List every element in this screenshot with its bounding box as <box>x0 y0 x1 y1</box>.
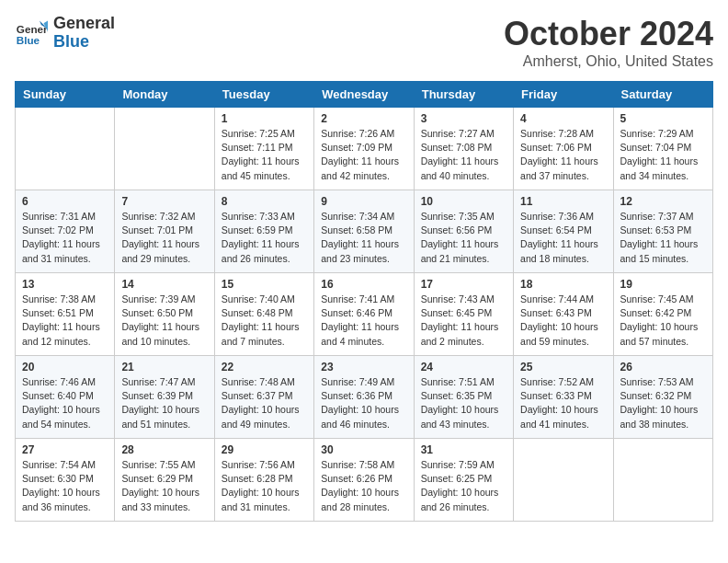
calendar-cell: 6Sunrise: 7:31 AM Sunset: 7:02 PM Daylig… <box>16 190 115 273</box>
day-info: Sunrise: 7:28 AM Sunset: 7:06 PM Dayligh… <box>520 127 606 183</box>
day-number: 14 <box>121 278 207 291</box>
day-number: 11 <box>520 195 606 208</box>
day-info: Sunrise: 7:46 AM Sunset: 6:40 PM Dayligh… <box>22 375 108 431</box>
calendar-cell: 29Sunrise: 7:56 AM Sunset: 6:28 PM Dayli… <box>214 439 313 522</box>
header-row: SundayMondayTuesdayWednesdayThursdayFrid… <box>16 82 713 108</box>
day-number: 25 <box>520 361 606 373</box>
calendar-cell: 5Sunrise: 7:29 AM Sunset: 7:04 PM Daylig… <box>613 108 712 190</box>
header-tuesday: Tuesday <box>214 82 313 108</box>
day-number: 7 <box>121 195 207 208</box>
day-info: Sunrise: 7:47 AM Sunset: 6:39 PM Dayligh… <box>121 375 207 431</box>
day-number: 5 <box>620 112 706 125</box>
day-number: 30 <box>321 443 406 456</box>
calendar-cell: 23Sunrise: 7:49 AM Sunset: 6:36 PM Dayli… <box>314 356 414 439</box>
day-info: Sunrise: 7:36 AM Sunset: 6:54 PM Dayligh… <box>520 210 606 266</box>
calendar-cell: 8Sunrise: 7:33 AM Sunset: 6:59 PM Daylig… <box>214 190 313 273</box>
day-number: 1 <box>222 112 307 125</box>
calendar-cell: 1Sunrise: 7:25 AM Sunset: 7:11 PM Daylig… <box>214 108 313 190</box>
calendar-header: SundayMondayTuesdayWednesdayThursdayFrid… <box>16 82 713 108</box>
header-wednesday: Wednesday <box>314 82 414 108</box>
calendar-cell: 31Sunrise: 7:59 AM Sunset: 6:25 PM Dayli… <box>414 439 513 522</box>
logo: General Blue General Blue <box>15 15 115 52</box>
calendar-cell: 17Sunrise: 7:43 AM Sunset: 6:45 PM Dayli… <box>414 273 513 356</box>
week-row-3: 13Sunrise: 7:38 AM Sunset: 6:51 PM Dayli… <box>16 273 713 356</box>
day-number: 31 <box>421 443 506 456</box>
calendar-cell: 7Sunrise: 7:32 AM Sunset: 7:01 PM Daylig… <box>115 190 214 273</box>
day-number: 13 <box>22 278 108 291</box>
day-info: Sunrise: 7:38 AM Sunset: 6:51 PM Dayligh… <box>22 293 108 349</box>
day-info: Sunrise: 7:25 AM Sunset: 7:11 PM Dayligh… <box>222 127 307 183</box>
day-info: Sunrise: 7:44 AM Sunset: 6:43 PM Dayligh… <box>520 293 606 349</box>
day-info: Sunrise: 7:39 AM Sunset: 6:50 PM Dayligh… <box>121 293 207 349</box>
header-sunday: Sunday <box>16 82 115 108</box>
day-info: Sunrise: 7:45 AM Sunset: 6:42 PM Dayligh… <box>620 293 706 349</box>
calendar-cell: 18Sunrise: 7:44 AM Sunset: 6:43 PM Dayli… <box>514 273 613 356</box>
day-number: 4 <box>520 112 606 125</box>
week-row-1: 1Sunrise: 7:25 AM Sunset: 7:11 PM Daylig… <box>16 108 713 190</box>
header-thursday: Thursday <box>414 82 513 108</box>
day-number: 29 <box>222 443 307 456</box>
day-number: 20 <box>22 361 108 373</box>
day-number: 9 <box>321 195 406 208</box>
calendar-cell: 12Sunrise: 7:37 AM Sunset: 6:53 PM Dayli… <box>613 190 712 273</box>
header-friday: Friday <box>514 82 613 108</box>
calendar-cell <box>16 108 115 190</box>
calendar-cell: 10Sunrise: 7:35 AM Sunset: 6:56 PM Dayli… <box>414 190 513 273</box>
week-row-4: 20Sunrise: 7:46 AM Sunset: 6:40 PM Dayli… <box>16 356 713 439</box>
day-info: Sunrise: 7:48 AM Sunset: 6:37 PM Dayligh… <box>222 375 307 431</box>
day-number: 24 <box>421 361 506 373</box>
logo-icon: General Blue <box>15 17 48 50</box>
day-number: 19 <box>620 278 706 291</box>
svg-text:Blue: Blue <box>17 33 40 45</box>
header-monday: Monday <box>115 82 214 108</box>
calendar-cell <box>115 108 214 190</box>
calendar-cell: 16Sunrise: 7:41 AM Sunset: 6:46 PM Dayli… <box>314 273 414 356</box>
calendar-cell: 19Sunrise: 7:45 AM Sunset: 6:42 PM Dayli… <box>613 273 712 356</box>
calendar-cell: 15Sunrise: 7:40 AM Sunset: 6:48 PM Dayli… <box>214 273 313 356</box>
day-info: Sunrise: 7:58 AM Sunset: 6:26 PM Dayligh… <box>321 458 406 514</box>
calendar-cell <box>514 439 613 522</box>
location-subtitle: Amherst, Ohio, United States <box>504 53 713 70</box>
day-info: Sunrise: 7:37 AM Sunset: 6:53 PM Dayligh… <box>620 210 706 266</box>
calendar-cell <box>613 439 712 522</box>
day-info: Sunrise: 7:33 AM Sunset: 6:59 PM Dayligh… <box>222 210 307 266</box>
calendar-cell: 4Sunrise: 7:28 AM Sunset: 7:06 PM Daylig… <box>514 108 613 190</box>
day-number: 6 <box>22 195 108 208</box>
calendar-cell: 9Sunrise: 7:34 AM Sunset: 6:58 PM Daylig… <box>314 190 414 273</box>
day-info: Sunrise: 7:40 AM Sunset: 6:48 PM Dayligh… <box>222 293 307 349</box>
calendar-cell: 20Sunrise: 7:46 AM Sunset: 6:40 PM Dayli… <box>16 356 115 439</box>
header-saturday: Saturday <box>613 82 712 108</box>
day-info: Sunrise: 7:51 AM Sunset: 6:35 PM Dayligh… <box>421 375 506 431</box>
day-info: Sunrise: 7:52 AM Sunset: 6:33 PM Dayligh… <box>520 375 606 431</box>
logo-general-text: General <box>53 15 115 33</box>
calendar-cell: 26Sunrise: 7:53 AM Sunset: 6:32 PM Dayli… <box>613 356 712 439</box>
calendar-cell: 27Sunrise: 7:54 AM Sunset: 6:30 PM Dayli… <box>16 439 115 522</box>
day-info: Sunrise: 7:56 AM Sunset: 6:28 PM Dayligh… <box>222 458 307 514</box>
calendar-cell: 22Sunrise: 7:48 AM Sunset: 6:37 PM Dayli… <box>214 356 313 439</box>
calendar-cell: 13Sunrise: 7:38 AM Sunset: 6:51 PM Dayli… <box>16 273 115 356</box>
day-number: 8 <box>222 195 307 208</box>
day-number: 27 <box>22 443 108 456</box>
day-number: 21 <box>121 361 207 373</box>
day-number: 17 <box>421 278 506 291</box>
day-number: 18 <box>520 278 606 291</box>
calendar-cell: 3Sunrise: 7:27 AM Sunset: 7:08 PM Daylig… <box>414 108 513 190</box>
calendar-cell: 2Sunrise: 7:26 AM Sunset: 7:09 PM Daylig… <box>314 108 414 190</box>
title-block: October 2024 Amherst, Ohio, United State… <box>504 15 713 70</box>
day-number: 28 <box>121 443 207 456</box>
day-number: 10 <box>421 195 506 208</box>
day-info: Sunrise: 7:26 AM Sunset: 7:09 PM Dayligh… <box>321 127 406 183</box>
calendar-table: SundayMondayTuesdayWednesdayThursdayFrid… <box>15 81 713 522</box>
day-info: Sunrise: 7:35 AM Sunset: 6:56 PM Dayligh… <box>421 210 506 266</box>
day-info: Sunrise: 7:27 AM Sunset: 7:08 PM Dayligh… <box>421 127 506 183</box>
week-row-2: 6Sunrise: 7:31 AM Sunset: 7:02 PM Daylig… <box>16 190 713 273</box>
calendar-body: 1Sunrise: 7:25 AM Sunset: 7:11 PM Daylig… <box>16 108 713 522</box>
calendar-cell: 11Sunrise: 7:36 AM Sunset: 6:54 PM Dayli… <box>514 190 613 273</box>
day-info: Sunrise: 7:41 AM Sunset: 6:46 PM Dayligh… <box>321 293 406 349</box>
day-number: 3 <box>421 112 506 125</box>
calendar-cell: 14Sunrise: 7:39 AM Sunset: 6:50 PM Dayli… <box>115 273 214 356</box>
day-info: Sunrise: 7:34 AM Sunset: 6:58 PM Dayligh… <box>321 210 406 266</box>
month-title: October 2024 <box>504 15 713 53</box>
day-info: Sunrise: 7:54 AM Sunset: 6:30 PM Dayligh… <box>22 458 108 514</box>
week-row-5: 27Sunrise: 7:54 AM Sunset: 6:30 PM Dayli… <box>16 439 713 522</box>
